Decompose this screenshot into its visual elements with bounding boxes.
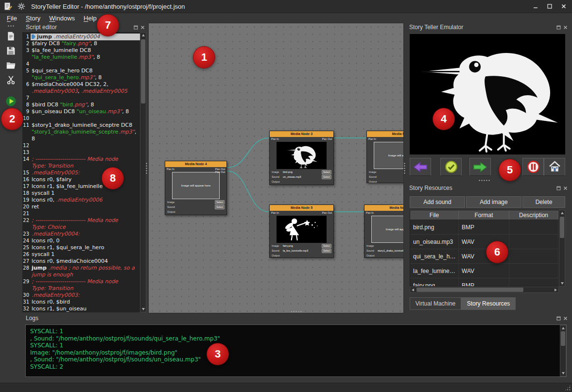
port-in[interactable]: Pan In — [271, 137, 279, 140]
description-cell — [509, 278, 558, 287]
run-icon — [5, 96, 17, 109]
float-icon[interactable] — [556, 316, 561, 321]
table-row[interactable]: un_oiseau.mp3WAV — [410, 235, 558, 249]
splitter-handle[interactable] — [290, 310, 303, 313]
run-button[interactable] — [4, 96, 18, 108]
port-in[interactable]: Pan In — [271, 211, 279, 214]
delete-button[interactable]: Delete — [522, 196, 565, 208]
node-select-button[interactable]: Select — [215, 205, 225, 209]
previous-button[interactable] — [410, 158, 431, 176]
pause-button[interactable] — [522, 158, 544, 176]
graph-node[interactable]: Media Node 6Pan InImage will appear here… — [364, 205, 404, 258]
table-row[interactable]: qui_sera_le_h…WAV — [410, 249, 558, 264]
file-cell: bird.png — [410, 220, 459, 234]
code-line: "story1_drako_luminelle_sceptre.mp3", — [22, 129, 140, 136]
port-in[interactable]: Pan In — [167, 168, 174, 170]
open-button[interactable] — [4, 60, 18, 72]
menu-file[interactable]: File — [2, 14, 21, 22]
code-line: 22; -------------------------- Media nod… — [22, 217, 140, 224]
column-header-description[interactable]: Description — [509, 210, 558, 220]
node-row-label: Image — [272, 170, 281, 173]
code-line: 8$bird DC8 "bird.png", 8 — [22, 102, 140, 108]
port-out[interactable]: Pan Out — [322, 211, 332, 214]
home-button[interactable] — [544, 158, 565, 176]
format-cell: WAV — [459, 264, 509, 278]
minimize-button[interactable] — [528, 1, 542, 12]
annotation-7: 7 — [97, 14, 119, 36]
close-icon[interactable] — [563, 25, 568, 30]
tab-story-resources[interactable]: Story Resources — [461, 297, 516, 310]
cut-button[interactable] — [4, 74, 18, 87]
file-cell: la_fee_lumine… — [410, 264, 459, 278]
code-line: "la_fee_luminelle.mp3", 8 — [22, 54, 140, 61]
node-image-bird — [277, 142, 327, 169]
node-select-button[interactable]: Select — [322, 249, 331, 253]
check-icon — [445, 160, 458, 173]
close-button[interactable] — [556, 1, 571, 12]
node-canvas[interactable]: Media Node 4Pan InPan OutPan OutImage wi… — [148, 23, 404, 313]
table-scrollbar[interactable] — [559, 210, 565, 287]
graph-node[interactable]: Media Node 1Pan InImage will appear here… — [366, 131, 404, 183]
add-image-button[interactable]: Add image — [466, 196, 521, 208]
node-row: ImageSelect — [165, 200, 226, 205]
splitter-handle[interactable] — [478, 179, 491, 182]
toolbar-handle[interactable] — [7, 25, 15, 28]
node-select-button[interactable]: Select — [322, 175, 331, 179]
graph-node[interactable]: Media Node 4Pan InPan OutPan OutImage wi… — [165, 161, 227, 215]
port-in[interactable]: Pan In — [368, 137, 376, 140]
close-icon[interactable] — [140, 25, 145, 30]
node-row-value: story1_drako_luminelle_sceptre.mp3 — [378, 249, 404, 252]
window: StoryTeller Editor - /home/anthony/ostpr… — [0, 0, 572, 392]
column-header-file[interactable]: File — [410, 210, 459, 220]
maximize-button[interactable] — [542, 1, 556, 12]
graph-node[interactable]: Media Node 3Pan InPan OutImagebird.pngSe… — [269, 131, 334, 185]
next-button[interactable] — [469, 158, 491, 176]
log-line: SYSCALL: 2 — [30, 363, 562, 371]
node-title: Media Node 4 — [165, 161, 226, 167]
code-line: 21 — [22, 210, 140, 217]
node-select-button[interactable]: Select — [322, 170, 331, 174]
float-icon[interactable] — [556, 25, 561, 30]
code-line: 5$qui_sera_le_hero DC8 — [22, 68, 140, 74]
description-cell — [509, 220, 558, 234]
table-row[interactable]: bird.pngBMP — [410, 220, 558, 235]
table-row[interactable]: la_fee_lumine…WAV — [410, 264, 558, 278]
column-header-format[interactable]: Format — [459, 210, 509, 220]
node-row-label: Image — [167, 201, 177, 204]
tab-virtual-machine[interactable]: Virtual Machine — [410, 297, 461, 310]
logs-scrollbar[interactable] — [560, 325, 566, 376]
node-row-label: Output — [167, 210, 177, 213]
float-icon[interactable] — [134, 25, 138, 30]
table-hscrollbar[interactable] — [410, 287, 559, 293]
logs-console: SYSCALL: 1, Sound: "/home/anthony/ostpro… — [25, 324, 567, 377]
save-button[interactable] — [4, 45, 18, 58]
code-line: jump is enough — [22, 272, 140, 278]
script-editor-dock: Script editor — [22, 23, 147, 32]
graph-node[interactable]: Media Node 5Pan InPan OutImagefairy.pngS… — [269, 205, 334, 258]
node-row: Output — [270, 179, 333, 184]
table-row[interactable]: fairy.pngBMP — [410, 278, 558, 287]
port-out[interactable]: Pan Out — [215, 170, 225, 173]
arrow-right-icon — [473, 162, 487, 172]
resize-grip[interactable] — [564, 384, 571, 391]
menu-windows[interactable]: Windows — [45, 14, 79, 22]
new-script-button[interactable] — [4, 31, 18, 43]
splitter-handle[interactable] — [403, 162, 406, 175]
port-in[interactable]: Pan In — [366, 211, 374, 214]
ok-button[interactable] — [440, 158, 462, 176]
close-icon[interactable] — [563, 316, 568, 321]
close-icon[interactable] — [563, 186, 568, 190]
code-line: 28jump .media ; no return possible, so a — [22, 265, 140, 272]
annotation-1: 1 — [193, 46, 215, 68]
add-sound-button[interactable]: Add sound — [410, 196, 465, 208]
menu-story[interactable]: Story — [21, 14, 45, 22]
app-gear-icon — [17, 1, 26, 11]
port-out[interactable]: Pan Out — [322, 137, 332, 140]
splitter-handle[interactable] — [145, 162, 148, 175]
annotation-2: 2 — [1, 108, 23, 130]
log-line: SYSCALL: 1 — [30, 328, 562, 335]
code-line: 10 — [22, 115, 140, 122]
node-select-button[interactable]: Select — [215, 200, 225, 205]
node-select-button[interactable]: Select — [322, 244, 331, 248]
float-icon[interactable] — [556, 186, 561, 190]
